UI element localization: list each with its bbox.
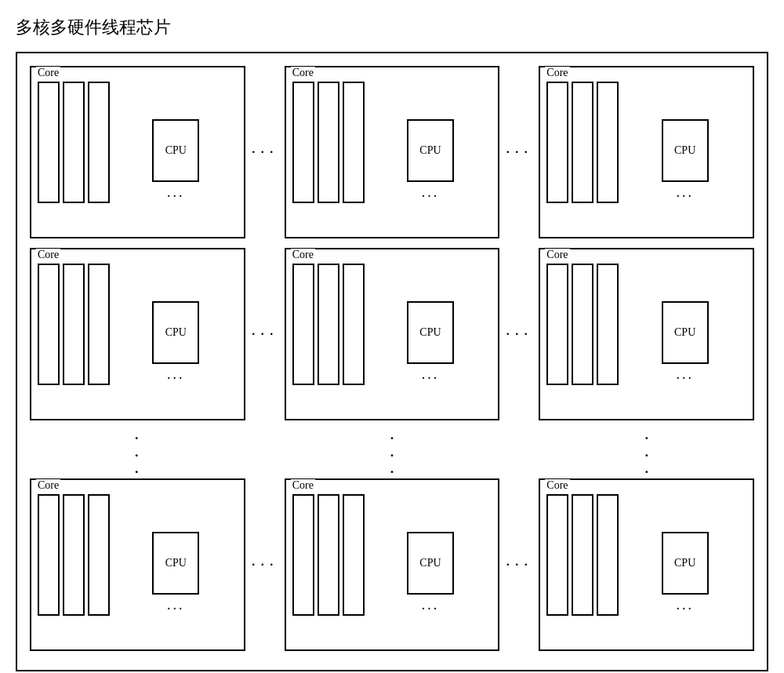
- thread-group-4a: [38, 264, 110, 413]
- core-box-8: Core CPU ···: [285, 478, 500, 651]
- cpu-box-6: CPU: [662, 301, 709, 364]
- thread-16: [546, 264, 568, 385]
- cpu-section-2: CPU ···: [369, 82, 492, 231]
- cpu-dots-7: ···: [167, 601, 185, 617]
- thread-13: [292, 264, 314, 385]
- cpu-label-9: CPU: [674, 557, 695, 569]
- cpu-section-6: CPU ···: [623, 264, 746, 413]
- cpu-section-7: CPU ···: [114, 494, 238, 643]
- core-box-3: Core CPU ···: [539, 66, 754, 238]
- core-label-4: Core: [36, 249, 60, 261]
- cpu-label-3: CPU: [674, 144, 695, 157]
- cpu-box-2: CPU: [407, 119, 454, 182]
- core-box-9: Core CPU ···: [539, 478, 754, 651]
- thread-11: [63, 264, 85, 385]
- thread-23: [318, 494, 339, 616]
- cpu-box-9: CPU: [662, 532, 709, 595]
- cpu-dots-2: ···: [422, 188, 440, 205]
- core-label-8: Core: [291, 479, 315, 492]
- cpu-dots-1: ···: [167, 188, 185, 205]
- thread-26: [572, 494, 593, 616]
- page-title: 多核多硬件线程芯片: [16, 16, 768, 39]
- core-label-6: Core: [545, 249, 569, 261]
- core-box-4: Core CPU ···: [30, 248, 245, 420]
- cpu-dots-9: ···: [676, 601, 694, 617]
- thread-8: [572, 82, 593, 203]
- thread-21: [88, 494, 110, 616]
- thread-group-6a: [546, 264, 619, 413]
- core-label-1: Core: [36, 67, 60, 79]
- thread-18: [597, 264, 619, 385]
- core-box-1: Core CPU ···: [30, 66, 245, 238]
- cpu-section-1: CPU ···: [114, 82, 238, 231]
- cpu-dots-6: ···: [676, 370, 694, 387]
- thread-3: [88, 82, 110, 203]
- thread-14: [318, 264, 339, 385]
- cpu-box-4: CPU: [152, 301, 199, 364]
- cpu-box-8: CPU: [407, 532, 454, 595]
- thread-10: [38, 264, 60, 385]
- between-dots-2: ···: [499, 142, 539, 162]
- between-dots-5: ···: [245, 555, 285, 575]
- cpu-dots-8: ···: [422, 601, 440, 617]
- core-label-7: Core: [36, 479, 60, 492]
- thread-22: [292, 494, 314, 616]
- core-box-6: Core CPU ···: [539, 248, 754, 420]
- cpu-label-7: CPU: [165, 557, 187, 569]
- thread-27: [597, 494, 619, 616]
- core-box-7: Core CPU ···: [30, 478, 245, 651]
- thread-19: [38, 494, 60, 616]
- thread-group-3a: [546, 82, 619, 231]
- thread-group-5a: [292, 264, 365, 413]
- thread-6: [343, 82, 365, 203]
- thread-2: [63, 82, 85, 203]
- chip-border: Core CPU ··· ···: [16, 52, 768, 671]
- thread-24: [343, 494, 365, 616]
- vertical-dots-2: ···: [285, 430, 500, 481]
- vertical-dots-1: ···: [30, 430, 245, 481]
- core-label-5: Core: [291, 249, 315, 261]
- cpu-label-5: CPU: [419, 326, 441, 339]
- cpu-section-5: CPU ···: [369, 264, 492, 413]
- cpu-section-3: CPU ···: [623, 82, 746, 231]
- thread-group-7a: [38, 494, 110, 643]
- cpu-dots-4: ···: [167, 370, 185, 387]
- thread-4: [292, 82, 314, 203]
- thread-group-1a: [38, 82, 110, 231]
- cpu-label-1: CPU: [165, 144, 187, 157]
- thread-group-8a: [292, 494, 365, 643]
- between-dots-3: ···: [245, 324, 285, 344]
- thread-15: [343, 264, 365, 385]
- cpu-section-9: CPU ···: [623, 494, 746, 643]
- thread-25: [546, 494, 568, 616]
- core-label-9: Core: [545, 479, 569, 492]
- core-label-3: Core: [545, 67, 569, 79]
- between-dots-4: ···: [499, 324, 539, 344]
- thread-17: [572, 264, 593, 385]
- between-dots-1: ···: [245, 142, 285, 162]
- core-label-2: Core: [291, 67, 315, 79]
- thread-20: [63, 494, 85, 616]
- vertical-dots-3: ···: [539, 430, 754, 481]
- cpu-section-4: CPU ···: [114, 264, 238, 413]
- cpu-box-5: CPU: [407, 301, 454, 364]
- core-box-2: Core CPU ···: [285, 66, 500, 238]
- cpu-section-8: CPU ···: [369, 494, 492, 643]
- page-container: 多核多硬件线程芯片 Core CPU ···: [0, 0, 784, 673]
- cpu-label-4: CPU: [165, 326, 187, 339]
- thread-7: [546, 82, 568, 203]
- cpu-dots-3: ···: [676, 188, 694, 205]
- cpu-label-6: CPU: [674, 326, 695, 339]
- thread-9: [597, 82, 619, 203]
- between-dots-6: ···: [499, 555, 539, 575]
- cpu-box-3: CPU: [662, 119, 709, 182]
- cpu-label-2: CPU: [419, 144, 441, 157]
- thread-12: [88, 264, 110, 385]
- cpu-dots-5: ···: [422, 370, 440, 387]
- cpu-label-8: CPU: [419, 557, 441, 569]
- thread-5: [318, 82, 339, 203]
- thread-group-2a: [292, 82, 365, 231]
- cpu-box-7: CPU: [152, 532, 199, 595]
- thread-1: [38, 82, 60, 203]
- thread-group-9a: [546, 494, 619, 643]
